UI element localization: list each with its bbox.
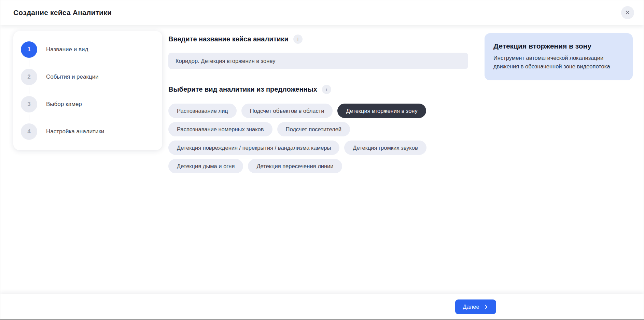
- step-number-badge: 3: [21, 96, 37, 112]
- type-section-header: Выберите вид аналитики из предложенных i: [168, 85, 468, 94]
- dialog-footer: Далее: [0, 294, 644, 319]
- chevron-right-icon: [484, 304, 489, 309]
- info-panel-title: Детекция вторжения в зону: [493, 42, 624, 50]
- stepper-step-camera-selection[interactable]: 3 Выбор камер: [21, 96, 154, 112]
- wizard-stepper: 1 Название и вид 2 События и реакции 3 В…: [13, 31, 162, 150]
- step-label: Название и вид: [46, 46, 88, 53]
- step-number-badge: 1: [21, 41, 37, 58]
- chip-loud-sound-detection[interactable]: Детекция громких звуков: [344, 141, 426, 155]
- chip-license-plate-recognition[interactable]: Распознавание номерных знаков: [168, 122, 272, 136]
- dialog-body: 1 Название и вид 2 События и реакции 3 В…: [0, 25, 644, 294]
- dialog-title: Создание кейса Аналитики: [13, 9, 112, 17]
- step-connector: [29, 60, 29, 67]
- step-connector: [29, 87, 29, 94]
- chip-row: Распознавание лиц Подсчет объектов в обл…: [168, 104, 468, 118]
- chip-row: Распознавание номерных знаков Подсчет по…: [168, 122, 468, 136]
- chip-smoke-fire-detection[interactable]: Детекция дыма и огня: [168, 159, 243, 173]
- step-connector: [29, 115, 29, 121]
- selected-analytics-info-panel: Детекция вторжения в зону Инструмент авт…: [485, 33, 633, 80]
- create-analytics-case-dialog: Создание кейса Аналитики ✕ 1 Название и …: [0, 0, 644, 320]
- info-icon[interactable]: i: [322, 85, 331, 94]
- step-number-badge: 2: [21, 69, 37, 85]
- chip-face-recognition[interactable]: Распознавание лиц: [168, 104, 237, 118]
- main-form-area: Введите название кейса аналитики i Выбер…: [162, 25, 476, 173]
- case-name-input[interactable]: [168, 53, 468, 69]
- close-button[interactable]: ✕: [621, 6, 634, 19]
- chip-row: Детекция дыма и огня Детекция пересечени…: [168, 159, 468, 173]
- name-section-header: Введите название кейса аналитики i: [168, 35, 468, 44]
- dialog-header: Создание кейса Аналитики ✕: [0, 0, 644, 25]
- chip-zone-intrusion-detection[interactable]: Детекция вторжения в зону: [337, 104, 426, 118]
- chip-visitor-counting[interactable]: Подсчет посетителей: [277, 122, 350, 136]
- next-button[interactable]: Далее: [455, 299, 496, 314]
- chip-row: Детекция повреждения / перекрытия / ванд…: [168, 141, 468, 155]
- step-label: Настройка аналитики: [46, 128, 104, 135]
- info-panel-description: Инструмент автоматической локализации дв…: [493, 54, 624, 71]
- type-section-title: Выберите вид аналитики из предложенных: [168, 85, 317, 93]
- chip-object-counting-in-area[interactable]: Подсчет объектов в области: [241, 104, 333, 118]
- chip-line-crossing-detection[interactable]: Детекция пересечения линии: [248, 159, 342, 173]
- step-number-badge: 4: [21, 123, 37, 140]
- stepper-step-analytics-settings[interactable]: 4 Настройка аналитики: [21, 123, 154, 140]
- name-section-title: Введите название кейса аналитики: [168, 35, 289, 43]
- stepper-step-name-and-type[interactable]: 1 Название и вид: [21, 41, 154, 58]
- analytics-type-options: Распознавание лиц Подсчет объектов в обл…: [168, 104, 468, 173]
- chip-camera-tampering-detection[interactable]: Детекция повреждения / перекрытия / ванд…: [168, 141, 339, 155]
- info-icon[interactable]: i: [293, 35, 303, 44]
- step-label: Выбор камер: [46, 101, 82, 108]
- close-icon: ✕: [625, 10, 630, 16]
- step-label: События и реакции: [46, 74, 99, 80]
- stepper-step-events-and-reactions[interactable]: 2 События и реакции: [21, 69, 154, 85]
- next-button-label: Далее: [463, 304, 479, 310]
